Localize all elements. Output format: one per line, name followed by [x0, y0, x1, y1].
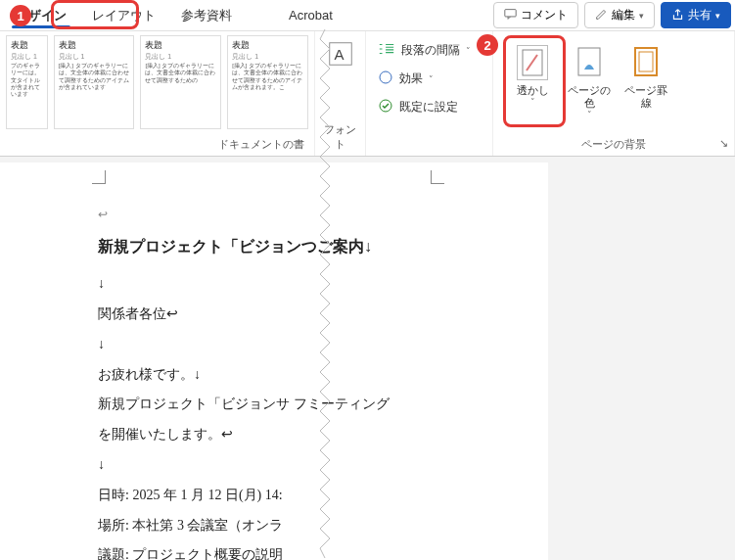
ribbon-group-themes: 表題 見出し 1 プのギャラリーには。文タイトルが含まれています 表題 見出し …: [0, 31, 315, 156]
doc-line: ↓: [98, 330, 521, 360]
font-icon[interactable]: A: [326, 39, 355, 71]
chevron-down-icon: ▾: [715, 11, 720, 21]
doc-line: ↓: [98, 450, 521, 481]
paragraph-mark: ↩: [98, 202, 108, 227]
theme-thumb[interactable]: 表題 見出し 1 [挿入] タブのギャラリーには、文全体の体裁に合わせて調整する…: [54, 35, 135, 129]
theme-body: プのギャラリーには。文タイトルが含まれています: [11, 63, 43, 98]
line-spacing-label: 段落の間隔: [401, 42, 460, 59]
chevron-down-icon: ˅: [530, 97, 535, 108]
tab-design[interactable]: デザイン: [4, 1, 78, 30]
svg-rect-6: [578, 48, 600, 75]
margin-marker-icon: [92, 170, 106, 184]
svg-point-3: [380, 71, 391, 83]
check-icon: [378, 98, 393, 117]
comment-icon: [504, 8, 517, 23]
page-color-icon: [574, 45, 605, 80]
watermark-icon: [517, 45, 548, 80]
doc-line: 新規プロジェクト「ビジョンサ フミーティング: [98, 390, 521, 420]
svg-rect-8: [639, 52, 653, 71]
ribbon: 表題 見出し 1 プのギャラリーには。文タイトルが含まれています 表題 見出し …: [0, 31, 735, 157]
page-color-button[interactable]: ページの色 ˅: [564, 41, 615, 124]
svg-rect-0: [505, 9, 516, 16]
theme-title: 表題: [59, 40, 130, 51]
group-label-page-bg: ページの背景: [499, 135, 728, 156]
theme-sub: 見出し 1: [11, 53, 43, 61]
svg-point-4: [380, 100, 391, 112]
theme-body: [挿入] タブのギャラリーには、文全体の体裁に合わせて調整するためのアイテムが含…: [59, 63, 130, 91]
doc-line: 議題: プロジェクト概要の説明: [98, 540, 521, 560]
theme-thumb[interactable]: 表題 見出し 1 [挿入] タブのギャラリーには、文書全体の体裁に合わせて調整す…: [140, 35, 221, 129]
theme-body: [挿入] タブのギャラリーには、文書全体の体裁に合わせて調整するための: [145, 63, 216, 84]
doc-line: 日時: 2025 年 1 月 12 日(月) 14:: [98, 481, 521, 511]
set-default-label: 既定に設定: [399, 99, 458, 116]
page-color-label: ページの色: [566, 84, 613, 110]
ribbon-group-font: A フォント: [315, 31, 366, 156]
effects-button[interactable]: 効果 ˅: [372, 68, 486, 90]
group-label-font: フォント: [321, 120, 359, 156]
theme-title: 表題: [11, 40, 43, 51]
line-spacing-button[interactable]: 段落の間隔 ˅: [372, 39, 486, 62]
ribbon-group-page-background: 透かし ˅ ページの色 ˅ ページ罫線 ページの背景 ↘: [493, 31, 735, 156]
page-border-label: ページ罫線: [622, 84, 669, 110]
tab-reference[interactable]: 参考資料: [169, 1, 244, 30]
line-spacing-icon: [378, 41, 395, 60]
theme-sub: 見出し 1: [145, 53, 216, 61]
svg-text:A: A: [334, 46, 344, 63]
chevron-down-icon: ▾: [639, 11, 644, 21]
themes-gallery[interactable]: 表題 見出し 1 プのギャラリーには。文タイトルが含まれています 表題 見出し …: [6, 35, 308, 135]
theme-body: [挿入] タブのギャラリーには、文書全体の体裁に合わせて調整するためのアイテムが…: [232, 63, 303, 91]
doc-line: お疲れ様です。↓: [98, 360, 521, 391]
theme-thumb[interactable]: 表題 見出し 1 [挿入] タブのギャラリーには、文書全体の体裁に合わせて調整す…: [227, 35, 308, 129]
effects-label: 効果: [399, 70, 423, 87]
effects-icon: [378, 70, 393, 88]
theme-sub: 見出し 1: [59, 53, 130, 61]
doc-line: 関係者各位↩: [98, 300, 521, 330]
doc-line: 場所: 本社第 3 会議室（オンラ: [98, 511, 521, 541]
ribbon-group-paragraph: 段落の間隔 ˅ 効果 ˅ 既定に設定: [366, 31, 493, 156]
watermark-button[interactable]: 透かし ˅: [507, 41, 558, 112]
group-label-docformat: ドキュメントの書: [6, 135, 308, 156]
comment-label: コメント: [521, 7, 568, 23]
theme-sub: 見出し 1: [232, 53, 303, 61]
chevron-down-icon: ˅: [587, 110, 592, 120]
margin-marker-icon: [431, 170, 444, 184]
theme-title: 表題: [232, 40, 303, 51]
tab-bar: デザイン レイアウト 参考資料 Acrobat コメント 編集 ▾ 共有 ▾: [0, 0, 735, 31]
doc-title: 新規プロジェクト「ビジョンつご案内↓: [98, 229, 521, 263]
tab-acrobat[interactable]: Acrobat: [277, 2, 345, 28]
dialog-launcher-icon[interactable]: ↘: [719, 137, 728, 150]
page-border-button[interactable]: ページ罫線: [620, 41, 671, 114]
page-border-icon: [630, 45, 662, 80]
share-icon: [671, 8, 684, 23]
theme-thumb[interactable]: 表題 見出し 1 プのギャラリーには。文タイトルが含まれています: [6, 35, 48, 129]
comment-button[interactable]: コメント: [493, 2, 578, 28]
share-label: 共有: [688, 7, 712, 23]
chevron-down-icon: ˅: [466, 46, 471, 56]
edit-label: 編集: [612, 7, 635, 23]
chevron-down-icon: ˅: [429, 74, 434, 84]
set-default-button[interactable]: 既定に設定: [372, 96, 486, 118]
document-area: ↩ 新規プロジェクト「ビジョンつご案内↓ ↓ 関係者各位↩ ↓ お疲れ様です。↓…: [0, 157, 735, 560]
theme-title: 表題: [145, 40, 216, 51]
edit-button[interactable]: 編集 ▾: [584, 2, 655, 28]
doc-line: を開催いたします。↩: [98, 420, 521, 450]
document-page[interactable]: ↩ 新規プロジェクト「ビジョンつご案内↓ ↓ 関係者各位↩ ↓ お疲れ様です。↓…: [0, 163, 548, 560]
pencil-icon: [595, 8, 608, 23]
share-button[interactable]: 共有 ▾: [661, 2, 731, 28]
tab-layout[interactable]: レイアウト: [80, 1, 167, 30]
doc-line: ↓: [98, 269, 521, 300]
watermark-label: 透かし: [517, 84, 549, 97]
